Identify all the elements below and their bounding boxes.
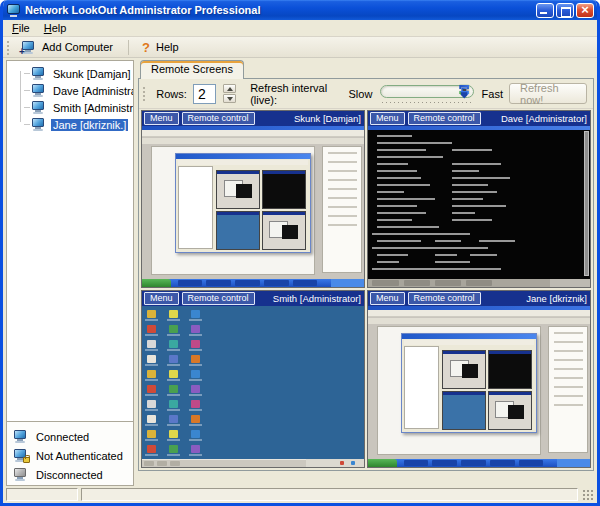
toolbar: + Add Computer ? Help: [3, 37, 597, 58]
refresh-now-button[interactable]: Refresh now!: [509, 83, 587, 104]
tree-item-smith[interactable]: Smith [Administrator]: [11, 99, 133, 116]
thumbnail-decor: [466, 280, 493, 286]
thumbnail-decor: [435, 240, 462, 242]
thumbnail-decor: [147, 400, 156, 408]
thumbnail-decor: [328, 206, 357, 208]
thumbnail-decor: [489, 392, 531, 395]
computer-icon: [31, 118, 47, 131]
thumbnail-decor: [191, 340, 200, 348]
status-cell-left: [6, 488, 78, 501]
tree-item-label: Skunk [Damjan]: [51, 68, 133, 80]
thumbnail-decor: [328, 170, 357, 172]
screen-menu-button[interactable]: Menu: [370, 292, 405, 305]
thumbnail-decor: [508, 405, 524, 419]
thumbnail-decor: [554, 377, 583, 379]
thumbnail-decor: [377, 149, 426, 151]
tab-strip: Remote Screens: [138, 60, 594, 78]
thumbnail-decor: [377, 261, 399, 263]
thumbnail-decor: [377, 163, 408, 165]
thumbnail-decor: [145, 424, 158, 426]
rows-input[interactable]: 2: [193, 84, 216, 104]
thumbnail-decor: [145, 334, 158, 336]
resize-grip[interactable]: [581, 488, 594, 501]
thumbnail-decor: [282, 225, 298, 239]
screen-header: Menu Remote control Dave [Administrator]: [368, 111, 590, 126]
maximize-button[interactable]: [556, 3, 574, 18]
menu-file[interactable]: File: [5, 21, 37, 36]
add-computer-button[interactable]: + Add Computer: [15, 39, 122, 56]
thumbnail-decor: [550, 279, 590, 287]
thumbnail-decor: [293, 280, 317, 286]
thumbnail-decor: [169, 340, 178, 348]
rows-down-button[interactable]: [223, 94, 236, 103]
tab-remote-screens[interactable]: Remote Screens: [140, 60, 244, 79]
remote-control-button[interactable]: Remote control: [408, 112, 481, 125]
thumbnail-decor: [147, 340, 156, 348]
app-window: Network LookOut Administrator Profession…: [0, 0, 600, 506]
thumbnail-decor: [235, 280, 259, 286]
remote-control-button[interactable]: Remote control: [182, 112, 255, 125]
tree-item-jane[interactable]: Jane [dkriznik.]: [11, 116, 133, 133]
thumbnail-decor: [490, 460, 514, 466]
add-computer-label: Add Computer: [42, 41, 113, 53]
screen-menu-button[interactable]: Menu: [144, 292, 179, 305]
thumbnail-decor: [435, 254, 457, 256]
thumbnail-decor: [404, 340, 533, 345]
computer-tree: Skunk [Damjan] Dave [Administrator] Smit…: [7, 61, 133, 421]
rows-up-button[interactable]: [223, 84, 236, 93]
thumbnail-decor: [178, 166, 213, 249]
toolbar-grip[interactable]: [6, 40, 11, 55]
remote-screen-thumbnail[interactable]: [368, 306, 590, 467]
thumbnail-decor: [443, 392, 485, 395]
status-legend: Connected Not Authenticated Disconnected: [7, 421, 133, 485]
thumbnail-decor: [142, 279, 171, 287]
thumbnail-decor: [191, 400, 200, 408]
thumbnail-decor: [176, 154, 309, 159]
thumbnail-decor: [554, 386, 583, 388]
tree-item-dave[interactable]: Dave [Administrator]: [11, 82, 133, 99]
controls-bar: Rows: 2 Refresh interval (live): Slow Fa…: [139, 79, 593, 109]
thumbnail-decor: [169, 385, 178, 393]
thumbnail-decor: [377, 205, 417, 207]
thumbnail-decor: [263, 171, 305, 174]
thumbnail-decor: [461, 460, 485, 466]
thumbnail-decor: [145, 364, 158, 366]
minimize-button[interactable]: [536, 3, 554, 18]
thumbnail-decor: [147, 445, 156, 453]
controls-grip[interactable]: [142, 86, 146, 101]
thumbnail-decor: [404, 280, 431, 286]
remote-control-button[interactable]: Remote control: [408, 292, 481, 305]
thumbnail-decor: [372, 247, 487, 249]
menubar: File Help: [3, 20, 597, 37]
thumbnail-decor: [377, 156, 444, 158]
thumbnail-decor: [191, 430, 200, 438]
legend-disconnected: Disconnected: [13, 465, 133, 484]
remote-screen-thumbnail[interactable]: [142, 126, 364, 287]
thumbnail-decor: [217, 212, 259, 215]
remote-screen-thumbnail[interactable]: [142, 306, 364, 467]
thumbnail-decor: [145, 319, 158, 321]
remote-screen-thumbnail[interactable]: [368, 126, 590, 287]
thumbnail-decor: [167, 394, 180, 396]
titlebar[interactable]: Network LookOut Administrator Profession…: [3, 0, 597, 20]
sidebar: Skunk [Damjan] Dave [Administrator] Smit…: [6, 60, 134, 486]
thumbnail-decor: [263, 212, 305, 215]
thumbnail-decor: [489, 351, 531, 354]
toolbar-separator: [128, 40, 129, 55]
thumbnail-decor: [340, 461, 344, 465]
help-label: Help: [156, 41, 179, 53]
help-button[interactable]: ? Help: [135, 38, 188, 57]
thumbnail-decor: [328, 188, 357, 190]
thumbnail-decor: [377, 191, 404, 193]
menu-help[interactable]: Help: [37, 21, 74, 36]
tree-item-skunk[interactable]: Skunk [Damjan]: [11, 65, 133, 82]
add-computer-icon: +: [21, 41, 37, 54]
screen-menu-button[interactable]: Menu: [370, 112, 405, 125]
thumbnail-decor: [217, 171, 259, 174]
refresh-interval-slider[interactable]: [380, 84, 473, 104]
tree-item-label: Dave [Administrator]: [51, 85, 133, 97]
screen-menu-button[interactable]: Menu: [144, 112, 179, 125]
close-button[interactable]: [576, 3, 594, 18]
remote-control-button[interactable]: Remote control: [182, 292, 255, 305]
thumbnail-decor: [147, 355, 156, 363]
